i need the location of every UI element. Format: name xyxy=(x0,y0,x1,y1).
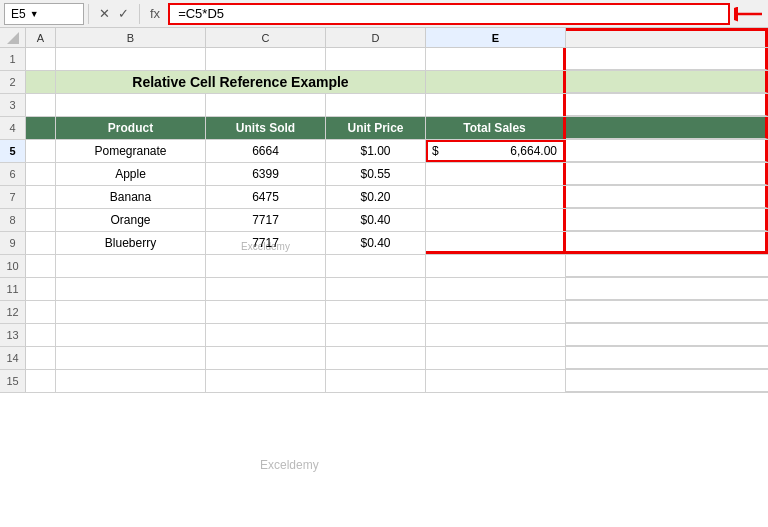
formula-input[interactable]: =C5*D5 xyxy=(168,3,730,25)
col-header-d[interactable]: D xyxy=(326,28,426,47)
cell-e12[interactable] xyxy=(426,301,566,323)
select-all-icon xyxy=(7,32,19,44)
spreadsheet-title: Relative Cell Reference Example xyxy=(132,74,348,90)
row-num-13: 13 xyxy=(0,324,26,346)
cell-e2[interactable] xyxy=(426,71,566,93)
cell-d12[interactable] xyxy=(326,301,426,323)
cell-c7[interactable]: 6475 xyxy=(206,186,326,208)
row-num-9: 9 xyxy=(0,232,26,254)
total-sales-value-0: 6,664.00 xyxy=(510,144,557,158)
cell-c9[interactable]: 7717 Exceldemy xyxy=(206,232,326,254)
cell-b14[interactable] xyxy=(56,347,206,369)
cell-a8[interactable] xyxy=(26,209,56,231)
product-name-0: Pomegranate xyxy=(94,144,166,158)
cell-a2[interactable] xyxy=(26,71,56,93)
cell-d13[interactable] xyxy=(326,324,426,346)
confirm-icon[interactable]: ✓ xyxy=(116,6,131,21)
cell-b11[interactable] xyxy=(56,278,206,300)
cell-b8[interactable]: Orange xyxy=(56,209,206,231)
cell-d15[interactable] xyxy=(326,370,426,392)
cancel-icon[interactable]: ✕ xyxy=(97,6,112,21)
cell-b3[interactable] xyxy=(56,94,206,116)
cell-a4[interactable] xyxy=(26,117,56,139)
cell-a12[interactable] xyxy=(26,301,56,323)
cell-extra-9 xyxy=(566,232,768,254)
cell-b15[interactable] xyxy=(56,370,206,392)
cell-b7[interactable]: Banana xyxy=(56,186,206,208)
cell-d3[interactable] xyxy=(326,94,426,116)
cell-a6[interactable] xyxy=(26,163,56,185)
cell-d4-header[interactable]: Unit Price xyxy=(326,117,426,139)
cell-a1[interactable] xyxy=(26,48,56,70)
cell-e9[interactable] xyxy=(426,232,566,254)
cell-d1[interactable] xyxy=(326,48,426,70)
cell-e14[interactable] xyxy=(426,347,566,369)
dropdown-icon[interactable]: ▼ xyxy=(30,9,39,19)
cell-b5[interactable]: Pomegranate xyxy=(56,140,206,162)
cell-e8[interactable] xyxy=(426,209,566,231)
cell-d14[interactable] xyxy=(326,347,426,369)
cell-reference-value: E5 xyxy=(11,7,26,21)
cell-d8[interactable]: $0.40 xyxy=(326,209,426,231)
cell-e4-header[interactable]: Total Sales xyxy=(426,117,566,139)
cell-a5[interactable] xyxy=(26,140,56,162)
col-header-b[interactable]: B xyxy=(56,28,206,47)
cell-e11[interactable] xyxy=(426,278,566,300)
col-header-a[interactable]: A xyxy=(26,28,56,47)
cell-c8[interactable]: 7717 xyxy=(206,209,326,231)
cell-c5[interactable]: 6664 xyxy=(206,140,326,162)
cell-b9[interactable]: Blueberry xyxy=(56,232,206,254)
cell-a3[interactable] xyxy=(26,94,56,116)
cell-d11[interactable] xyxy=(326,278,426,300)
cell-e6[interactable] xyxy=(426,163,566,185)
cell-b10[interactable] xyxy=(56,255,206,277)
col-header-c[interactable]: C xyxy=(206,28,326,47)
cell-d10[interactable] xyxy=(326,255,426,277)
cell-a13[interactable] xyxy=(26,324,56,346)
red-border-top xyxy=(566,28,768,47)
cell-c15[interactable] xyxy=(206,370,326,392)
cell-b1[interactable] xyxy=(56,48,206,70)
cell-b13[interactable] xyxy=(56,324,206,346)
cell-c14[interactable] xyxy=(206,347,326,369)
title-cell[interactable]: Relative Cell Reference Example xyxy=(56,71,426,93)
cell-a14[interactable] xyxy=(26,347,56,369)
cell-extra-13 xyxy=(566,324,768,346)
cell-d6[interactable]: $0.55 xyxy=(326,163,426,185)
cell-a15[interactable] xyxy=(26,370,56,392)
cell-c6[interactable]: 6399 xyxy=(206,163,326,185)
table-row: 3 xyxy=(0,94,768,117)
cell-c13[interactable] xyxy=(206,324,326,346)
cell-e15[interactable] xyxy=(426,370,566,392)
cell-extra-6 xyxy=(566,163,768,185)
cell-b6[interactable]: Apple xyxy=(56,163,206,185)
col-header-e[interactable]: E xyxy=(426,28,566,47)
cell-c10[interactable] xyxy=(206,255,326,277)
table-row: 15 xyxy=(0,370,768,393)
cell-c4-header[interactable]: Units Sold xyxy=(206,117,326,139)
cell-d5[interactable]: $1.00 xyxy=(326,140,426,162)
cell-e3[interactable] xyxy=(426,94,566,116)
cell-e5[interactable]: $ 6,664.00 xyxy=(426,140,566,162)
cell-d7[interactable]: $0.20 xyxy=(326,186,426,208)
cell-c1[interactable] xyxy=(206,48,326,70)
header-total-sales: Total Sales xyxy=(463,121,525,135)
cell-b12[interactable] xyxy=(56,301,206,323)
cell-a11[interactable] xyxy=(26,278,56,300)
product-name-1: Apple xyxy=(115,167,146,181)
cell-c11[interactable] xyxy=(206,278,326,300)
cell-b4-header[interactable]: Product xyxy=(56,117,206,139)
cell-e7[interactable] xyxy=(426,186,566,208)
table-row: 14 xyxy=(0,347,768,370)
cell-e13[interactable] xyxy=(426,324,566,346)
cell-c3[interactable] xyxy=(206,94,326,116)
cell-e10[interactable] xyxy=(426,255,566,277)
cell-d9[interactable]: $0.40 xyxy=(326,232,426,254)
cell-e1[interactable] xyxy=(426,48,566,70)
cell-a10[interactable] xyxy=(26,255,56,277)
formula-arrow xyxy=(734,5,764,23)
cell-a7[interactable] xyxy=(26,186,56,208)
cell-reference-box[interactable]: E5 ▼ xyxy=(4,3,84,25)
cell-a9[interactable] xyxy=(26,232,56,254)
cell-c12[interactable] xyxy=(206,301,326,323)
